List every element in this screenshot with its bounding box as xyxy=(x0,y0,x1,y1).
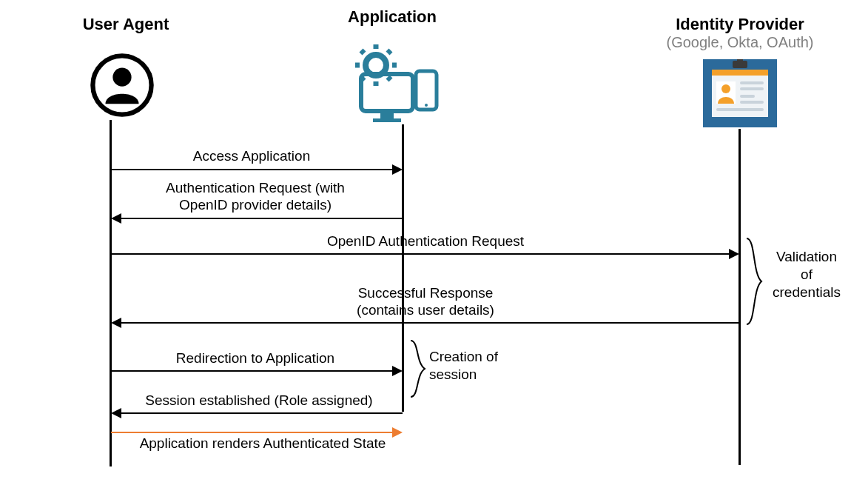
svg-point-15 xyxy=(425,104,428,107)
svg-marker-34 xyxy=(392,427,403,438)
svg-rect-27 xyxy=(716,108,764,111)
arrow-access-application xyxy=(111,169,401,170)
svg-line-9 xyxy=(388,50,391,53)
arrow-redirection xyxy=(111,370,401,372)
actor-label-user-agent: User Agent xyxy=(67,15,185,34)
note-session: Creation of session xyxy=(429,348,518,384)
msg-access-application: Access Application xyxy=(155,148,348,165)
msg-redirection: Redirection to Application xyxy=(133,350,377,367)
msg-success-response-l1: Successful Response xyxy=(311,285,540,302)
svg-rect-24 xyxy=(740,87,764,90)
actor-label-idp-title: Identity Provider xyxy=(666,15,814,34)
svg-rect-26 xyxy=(740,101,764,104)
note-validation: Validation of credentials xyxy=(766,248,847,301)
lifeline-idp xyxy=(739,129,741,465)
actor-label-idp-subtitle: (Google, Okta, OAuth) xyxy=(666,34,814,51)
svg-point-22 xyxy=(721,84,730,93)
msg-auth-request-l2: OpenID provider details) xyxy=(133,197,377,214)
svg-rect-25 xyxy=(740,95,755,98)
msg-openid-request: OpenID Authentication Request xyxy=(274,233,577,250)
user-agent-icon xyxy=(89,52,155,118)
note-session-l1: Creation of xyxy=(429,348,518,366)
svg-rect-18 xyxy=(737,59,743,64)
svg-marker-28 xyxy=(392,164,403,175)
arrow-success-response xyxy=(112,322,739,324)
msg-auth-request-l1: Authentication Request (with xyxy=(133,180,377,197)
note-session-l2: session xyxy=(429,366,518,384)
brace-validation xyxy=(744,237,763,329)
msg-success-response-l2: (contains user details) xyxy=(311,302,540,319)
arrow-session-established xyxy=(112,412,403,414)
svg-marker-31 xyxy=(111,318,121,328)
arrow-auth-request xyxy=(112,218,403,219)
msg-auth-request: Authentication Request (with OpenID prov… xyxy=(133,180,377,214)
svg-line-8 xyxy=(388,77,391,80)
arrow-openid-request xyxy=(111,253,738,255)
svg-marker-32 xyxy=(392,366,403,376)
identity-provider-icon xyxy=(703,59,777,127)
msg-success-response: Successful Response (contains user detai… xyxy=(311,285,540,319)
note-validation-l1: Validation xyxy=(766,248,847,266)
svg-rect-20 xyxy=(712,70,768,76)
arrow-render-auth-state xyxy=(111,432,401,433)
brace-session xyxy=(408,339,426,401)
svg-marker-29 xyxy=(111,213,121,224)
svg-point-1 xyxy=(112,68,131,87)
svg-rect-12 xyxy=(380,113,394,118)
actor-label-idp: Identity Provider (Google, Okta, OAuth) xyxy=(666,15,814,51)
application-icon xyxy=(348,44,444,126)
svg-marker-33 xyxy=(111,408,121,418)
note-validation-l2: of xyxy=(766,266,847,284)
svg-rect-23 xyxy=(740,81,764,84)
svg-line-7 xyxy=(361,50,364,53)
msg-session-established: Session established (Role assigned) xyxy=(118,392,400,409)
msg-render-auth-state: Application renders Authenticated State xyxy=(115,435,411,452)
note-validation-l3: credentials xyxy=(766,284,847,301)
svg-marker-30 xyxy=(729,249,739,259)
svg-rect-13 xyxy=(373,118,401,122)
actor-label-application: Application xyxy=(326,7,459,27)
